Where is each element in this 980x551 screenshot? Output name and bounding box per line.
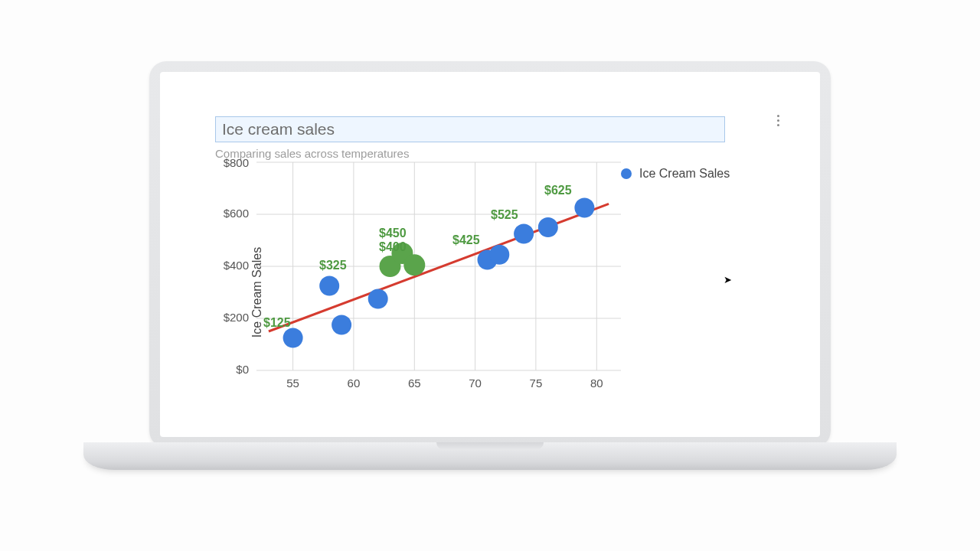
svg-text:70: 70 [469, 377, 482, 390]
svg-text:$425: $425 [452, 233, 480, 246]
svg-text:$450: $450 [379, 227, 407, 240]
svg-text:$625: $625 [544, 184, 572, 197]
svg-text:60: 60 [348, 377, 361, 390]
laptop-notch [436, 442, 544, 450]
svg-text:$325: $325 [319, 259, 347, 272]
chart-subtitle: Comparing sales across temperatures [215, 147, 774, 160]
svg-text:$125: $125 [263, 316, 291, 329]
x-ticks: 55 60 65 70 75 80 [286, 377, 603, 390]
legend: Ice Cream Sales [621, 167, 730, 181]
stage: Comparing sales across temperatures Ice … [0, 0, 980, 551]
svg-text:$400: $400 [224, 259, 249, 272]
legend-label: Ice Cream Sales [639, 167, 730, 181]
svg-text:$400: $400 [379, 240, 407, 253]
point[interactable] [319, 276, 339, 296]
data-points [283, 198, 595, 348]
y-ticks: $0 $200 $400 $600 $800 [224, 156, 249, 376]
point[interactable] [514, 224, 534, 244]
svg-text:$800: $800 [224, 156, 249, 169]
point[interactable] [283, 328, 303, 348]
laptop-frame: Comparing sales across temperatures Ice … [149, 61, 831, 482]
chart-header: Comparing sales across temperatures [215, 116, 774, 160]
chart-area: Ice Cream Sales Temperature (Fahrenheit)… [215, 162, 797, 422]
point[interactable] [574, 198, 594, 218]
screen-bezel: Comparing sales across temperatures Ice … [149, 61, 831, 448]
svg-text:65: 65 [408, 377, 421, 390]
svg-text:80: 80 [590, 377, 603, 390]
svg-text:$525: $525 [491, 208, 518, 221]
laptop-base [83, 442, 897, 470]
svg-text:$200: $200 [224, 311, 249, 324]
point[interactable] [368, 289, 388, 309]
svg-text:55: 55 [286, 377, 299, 390]
legend-marker-icon [621, 168, 632, 179]
chart-title-input[interactable] [215, 116, 725, 142]
svg-text:75: 75 [530, 377, 543, 390]
chart-svg: $0 $200 $400 $600 $800 55 60 65 70 75 [256, 162, 621, 384]
point[interactable] [538, 217, 558, 237]
point[interactable] [332, 315, 351, 335]
svg-text:$0: $0 [236, 363, 249, 376]
point[interactable] [489, 245, 509, 265]
point[interactable] [403, 254, 425, 276]
screen: Comparing sales across temperatures Ice … [160, 72, 820, 437]
svg-text:$600: $600 [224, 207, 249, 220]
